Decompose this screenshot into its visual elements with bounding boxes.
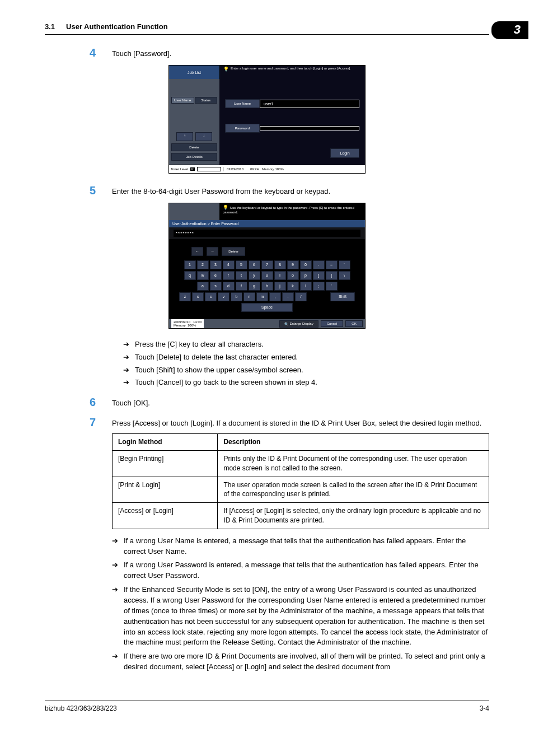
- keyboard-key[interactable]: 5: [236, 260, 247, 269]
- keyboard-key[interactable]: e: [210, 271, 222, 280]
- password-button[interactable]: Password: [225, 124, 260, 133]
- keyboard-key[interactable]: 4: [223, 260, 235, 269]
- bullet-text: Touch [Shift] to show the upper case/sym…: [135, 365, 303, 376]
- keyboard-key[interactable]: q: [184, 271, 196, 280]
- lightbulb-icon: 💡: [223, 67, 229, 72]
- keyboard-key[interactable]: o: [287, 271, 299, 280]
- keyboard-key[interactable]: 6: [249, 260, 260, 269]
- lightbulb-icon: 💡: [223, 205, 228, 210]
- page-header: 3.1 User Authentication Function 3: [45, 22, 489, 35]
- user-name-tab[interactable]: User Name: [171, 97, 194, 104]
- login-button[interactable]: Login: [330, 148, 359, 158]
- arrow-icon: ➔: [123, 339, 129, 351]
- keyboard-key[interactable]: m: [256, 292, 268, 301]
- status-tab[interactable]: Status: [195, 97, 218, 104]
- up-arrow-button[interactable]: ↑: [176, 132, 193, 141]
- keyboard-key[interactable]: f: [236, 282, 247, 291]
- th-login-method: Login Method: [113, 434, 218, 451]
- login-hint: 💡 Enter a login user name and password, …: [220, 66, 365, 79]
- cell-method: [Begin Printing]: [113, 450, 218, 477]
- keyboard-key[interactable]: [: [313, 271, 325, 280]
- keyboard-key[interactable]: ': [326, 282, 338, 291]
- space-key[interactable]: Space: [241, 303, 293, 312]
- login-screenshot: Job List 💡 Enter a login user name and p…: [168, 65, 366, 174]
- enlarge-label: Enlarge Display: [290, 322, 313, 325]
- keyboard-key[interactable]: 1: [184, 260, 196, 269]
- keyboard-hint: 💡Use the keyboard or keypad to type in t…: [219, 203, 365, 220]
- enlarge-display-button[interactable]: 🔍 Enlarge Display: [279, 320, 318, 328]
- step-text: Touch [Password].: [112, 46, 171, 59]
- keyboard-key[interactable]: z: [179, 292, 191, 301]
- keyboard-key[interactable]: 8: [274, 260, 286, 269]
- toner-text: Toner Level: [171, 167, 188, 171]
- keyboard-key[interactable]: =: [326, 260, 338, 269]
- user-name-button[interactable]: User Name: [225, 99, 260, 108]
- keyboard-key[interactable]: `: [339, 260, 350, 269]
- keyboard-key[interactable]: 2: [197, 260, 209, 269]
- keyboard-key[interactable]: l: [300, 282, 312, 291]
- keyboard-key[interactable]: -: [313, 260, 325, 269]
- delete-key[interactable]: Delete: [222, 247, 245, 256]
- bullet-item: ➔Touch [Delete] to delete the last chara…: [123, 352, 489, 363]
- keyboard-key[interactable]: d: [223, 282, 235, 291]
- keyboard-key[interactable]: c: [205, 292, 217, 301]
- keyboard-key[interactable]: t: [236, 271, 247, 280]
- keyboard-key[interactable]: j: [274, 282, 286, 291]
- keyboard-row-2: qwertyuiop[]\: [175, 271, 359, 280]
- arrow-icon: ➔: [112, 585, 118, 648]
- keyboard-key[interactable]: v: [218, 292, 229, 301]
- bullet-item: ➔If there are two ore more ID & Print Do…: [112, 651, 489, 673]
- keyboard-key[interactable]: 0: [300, 260, 312, 269]
- down-arrow-button[interactable]: ↓: [195, 132, 212, 141]
- bullet-text: Touch [Cancel] to go back to the screen …: [135, 377, 317, 389]
- job-list-tab[interactable]: Job List: [169, 66, 220, 79]
- magnifier-icon: 🔍: [284, 322, 288, 326]
- cursor-right-key[interactable]: →: [207, 247, 218, 256]
- keyboard-key[interactable]: ,: [269, 292, 281, 301]
- keyboard-key[interactable]: /: [295, 292, 307, 301]
- keyboard-key[interactable]: 3: [210, 260, 222, 269]
- keyboard-key[interactable]: s: [210, 282, 222, 291]
- toner-level-label: Toner Level K: [169, 167, 223, 171]
- kb-mem-value: 100%: [188, 324, 196, 327]
- kb-footer-datetime: 2009/09/10 14:30 Memory 100%: [171, 319, 204, 328]
- keyboard-key[interactable]: w: [197, 271, 209, 280]
- bullet-item: ➔Press the [C] key to clear all characte…: [123, 339, 489, 351]
- keyboard-key[interactable]: p: [300, 271, 312, 280]
- keyboard-key[interactable]: 9: [287, 260, 299, 269]
- keyboard-key[interactable]: 7: [261, 260, 273, 269]
- cell-desc: If [Access] or [Login] is selected, only…: [218, 503, 489, 529]
- cancel-button[interactable]: Cancel: [321, 320, 344, 327]
- step-text: Enter the 8-to-64-digit User Password fr…: [112, 184, 330, 197]
- keyboard-key[interactable]: k: [287, 282, 299, 291]
- keyboard-key[interactable]: ]: [326, 271, 338, 280]
- cursor-left-key[interactable]: ←: [191, 247, 203, 256]
- bullet-text: Touch [Delete] to delete the last charac…: [135, 352, 298, 363]
- keyboard-key[interactable]: r: [223, 271, 235, 280]
- ok-button[interactable]: OK: [345, 320, 363, 327]
- delete-button[interactable]: Delete: [171, 143, 217, 151]
- step-number: 5: [90, 184, 112, 197]
- keyboard-key[interactable]: n: [243, 292, 255, 301]
- keyboard-key[interactable]: ;: [313, 282, 325, 291]
- keyboard-key[interactable]: b: [231, 292, 242, 301]
- keyboard-key[interactable]: g: [249, 282, 260, 291]
- keyboard-key[interactable]: x: [192, 292, 204, 301]
- table-body: [Begin Printing]Prints only the ID & Pri…: [113, 450, 489, 529]
- shift-key[interactable]: Shift: [330, 292, 355, 301]
- keyboard-key[interactable]: h: [261, 282, 273, 291]
- keyboard-key[interactable]: \: [339, 271, 350, 280]
- keyboard-key[interactable]: .: [282, 292, 294, 301]
- th-description: Description: [218, 434, 489, 451]
- keyboard-key[interactable]: u: [261, 271, 273, 280]
- step-number: 4: [90, 46, 112, 59]
- job-details-button[interactable]: Job Details: [171, 153, 217, 161]
- step-number: 6: [90, 395, 112, 409]
- keyboard-row-4: zxcvbnm,./ Shift: [175, 292, 359, 301]
- arrow-icon: ➔: [123, 352, 129, 363]
- keyboard-key[interactable]: y: [249, 271, 260, 280]
- table-row: [Access] or [Login]If [Access] or [Login…: [113, 503, 489, 529]
- memory-value: 100%: [275, 167, 283, 171]
- keyboard-key[interactable]: a: [197, 282, 209, 291]
- keyboard-key[interactable]: i: [274, 271, 286, 280]
